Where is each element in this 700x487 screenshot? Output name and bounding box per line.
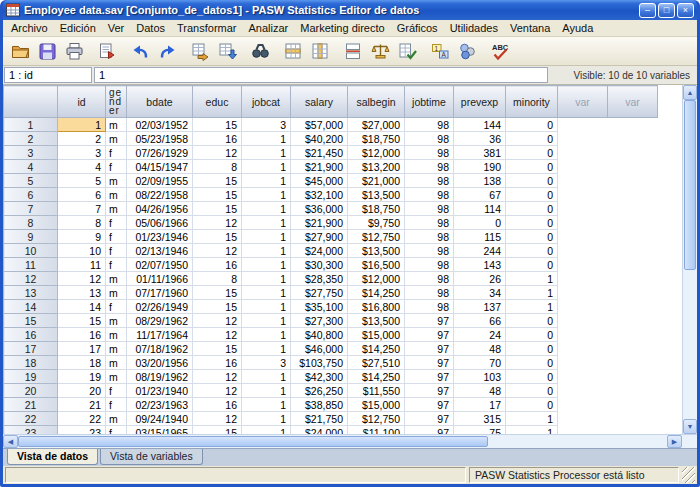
cell-id[interactable]: 20 — [58, 384, 106, 398]
print-icon[interactable] — [62, 40, 87, 63]
column-header-salbegin[interactable]: salbegin — [348, 86, 405, 118]
cell-salary[interactable]: $21,900 — [291, 160, 348, 174]
cell-id[interactable]: 14 — [58, 300, 106, 314]
cell-salbegin[interactable]: $12,750 — [348, 230, 405, 244]
cell-jobtime[interactable]: 97 — [405, 370, 454, 384]
cell-salary[interactable]: $42,300 — [291, 370, 348, 384]
cell-var[interactable] — [608, 272, 658, 286]
menu-item-ver[interactable]: Ver — [102, 21, 131, 35]
cell-salbegin[interactable]: $18,750 — [348, 202, 405, 216]
cell-jobcat[interactable]: 1 — [242, 426, 291, 435]
cell-prevexp[interactable]: 315 — [454, 412, 506, 426]
cell-salbegin[interactable]: $15,000 — [348, 398, 405, 412]
cell-id[interactable]: 7 — [58, 202, 106, 216]
cell-id[interactable]: 15 — [58, 314, 106, 328]
cell-jobcat[interactable]: 1 — [242, 132, 291, 146]
cell-gender[interactable]: m — [106, 314, 127, 328]
row-header-12[interactable]: 12 — [4, 272, 58, 286]
cell-prevexp[interactable]: 48 — [454, 384, 506, 398]
cell-var[interactable] — [558, 146, 608, 160]
cell-gender[interactable]: f — [106, 230, 127, 244]
cell-var[interactable] — [608, 370, 658, 384]
row-header-18[interactable]: 18 — [4, 356, 58, 370]
row-header-16[interactable]: 16 — [4, 328, 58, 342]
cell-var[interactable] — [608, 174, 658, 188]
cell-bdate[interactable]: 02/26/1949 — [127, 300, 193, 314]
cell-jobtime[interactable]: 97 — [405, 342, 454, 356]
cell-salbegin[interactable]: $18,750 — [348, 132, 405, 146]
cell-bdate[interactable]: 05/23/1958 — [127, 132, 193, 146]
cell-jobtime[interactable]: 98 — [405, 202, 454, 216]
cell-jobcat[interactable]: 1 — [242, 174, 291, 188]
cell-salary[interactable]: $40,200 — [291, 132, 348, 146]
cell-educ[interactable]: 15 — [193, 342, 242, 356]
cell-minority[interactable]: 0 — [506, 174, 558, 188]
vertical-scroll-thumb[interactable] — [684, 100, 696, 270]
cell-educ[interactable]: 12 — [193, 244, 242, 258]
cell-minority[interactable]: 1 — [506, 412, 558, 426]
cell-var[interactable] — [608, 258, 658, 272]
cell-jobcat[interactable]: 1 — [242, 202, 291, 216]
grid-corner[interactable] — [4, 86, 58, 118]
cell-salary[interactable]: $36,000 — [291, 202, 348, 216]
cell-var[interactable] — [608, 398, 658, 412]
maximize-button[interactable]: □ — [658, 3, 675, 18]
spell-check-icon[interactable]: ABC — [488, 40, 513, 63]
cell-salary[interactable]: $26,250 — [291, 384, 348, 398]
cell-prevexp[interactable]: 48 — [454, 342, 506, 356]
cell-var[interactable] — [558, 426, 608, 435]
cell-gender[interactable]: f — [106, 146, 127, 160]
cell-bdate[interactable]: 02/13/1946 — [127, 244, 193, 258]
cell-salbegin[interactable]: $9,750 — [348, 216, 405, 230]
cell-educ[interactable]: 16 — [193, 356, 242, 370]
cell-bdate[interactable]: 08/19/1962 — [127, 370, 193, 384]
cell-bdate[interactable]: 04/15/1947 — [127, 160, 193, 174]
cell-jobcat[interactable]: 1 — [242, 244, 291, 258]
cell-var[interactable] — [608, 230, 658, 244]
cell-educ[interactable]: 12 — [193, 314, 242, 328]
cell-bdate[interactable]: 07/18/1962 — [127, 342, 193, 356]
row-header-9[interactable]: 9 — [4, 230, 58, 244]
row-header-20[interactable]: 20 — [4, 384, 58, 398]
cell-prevexp[interactable]: 190 — [454, 160, 506, 174]
row-header-17[interactable]: 17 — [4, 342, 58, 356]
row-header-1[interactable]: 1 — [4, 118, 58, 132]
redo-icon[interactable] — [155, 40, 180, 63]
cell-id[interactable]: 11 — [58, 258, 106, 272]
row-header-22[interactable]: 22 — [4, 412, 58, 426]
cell-jobtime[interactable]: 98 — [405, 272, 454, 286]
cell-jobtime[interactable]: 98 — [405, 244, 454, 258]
cell-educ[interactable]: 12 — [193, 370, 242, 384]
cell-prevexp[interactable]: 26 — [454, 272, 506, 286]
cell-salbegin[interactable]: $13,500 — [348, 188, 405, 202]
cell-jobtime[interactable]: 98 — [405, 174, 454, 188]
cell-var[interactable] — [558, 258, 608, 272]
cell-var[interactable] — [608, 342, 658, 356]
cell-var[interactable] — [558, 398, 608, 412]
cell-educ[interactable]: 12 — [193, 412, 242, 426]
scroll-down-icon[interactable]: ▼ — [683, 419, 697, 434]
use-variable-sets-icon[interactable] — [455, 40, 480, 63]
menu-item-ventana[interactable]: Ventana — [504, 21, 556, 35]
cell-id[interactable]: 12 — [58, 272, 106, 286]
cell-id[interactable]: 6 — [58, 188, 106, 202]
cell-salary[interactable]: $28,350 — [291, 272, 348, 286]
tab-vista-de-datos[interactable]: Vista de datos — [7, 449, 98, 465]
cell-id[interactable]: 9 — [58, 230, 106, 244]
vertical-scrollbar[interactable]: ▲ ▼ — [682, 85, 697, 434]
cell-var[interactable] — [608, 314, 658, 328]
scroll-right-icon[interactable]: ▶ — [667, 435, 682, 448]
cell-educ[interactable]: 15 — [193, 118, 242, 132]
column-header-var-11[interactable]: var — [608, 86, 658, 118]
cell-prevexp[interactable]: 143 — [454, 258, 506, 272]
column-header-minority[interactable]: minority — [506, 86, 558, 118]
cell-salbegin[interactable]: $13,200 — [348, 160, 405, 174]
cell-gender[interactable]: m — [106, 118, 127, 132]
menu-item-graficos[interactable]: Gráficos — [391, 21, 444, 35]
cell-gender[interactable]: f — [106, 398, 127, 412]
cell-salary[interactable]: $30,300 — [291, 258, 348, 272]
value-labels-icon[interactable]: 1A — [428, 40, 453, 63]
cell-educ[interactable]: 15 — [193, 300, 242, 314]
cell-educ[interactable]: 15 — [193, 188, 242, 202]
resize-grip[interactable] — [682, 467, 695, 483]
